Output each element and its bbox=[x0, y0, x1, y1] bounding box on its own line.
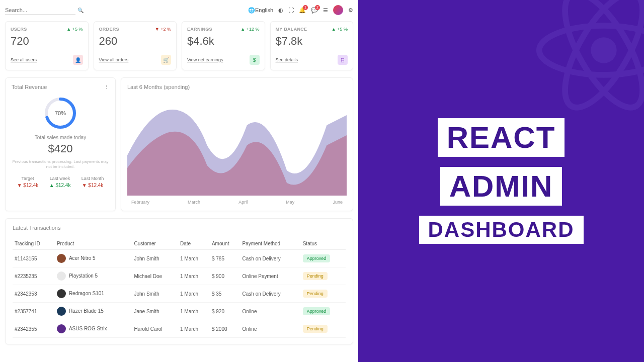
status-badge: Pending bbox=[303, 290, 328, 298]
card-value: 260 bbox=[99, 35, 172, 48]
chart-panel: Last 6 Months (spending) FebruaryMarchAp… bbox=[121, 77, 353, 211]
search-icon[interactable]: 🔍 bbox=[77, 8, 84, 13]
table-row[interactable]: #2342355 ASUS ROG Strix Harold Carol 1 M… bbox=[13, 320, 346, 338]
table-header: Date bbox=[178, 238, 210, 250]
chart-month-label: April bbox=[238, 200, 248, 205]
chart-month-label: May bbox=[286, 200, 294, 205]
status-badge: Approved bbox=[303, 307, 331, 315]
card-link[interactable]: View all orders bbox=[99, 57, 129, 62]
card-delta: ▼ +2 % bbox=[155, 27, 171, 32]
table-header: Product bbox=[55, 238, 132, 250]
table-row[interactable]: #1143155 Acer Nitro 5 John Smith 1 March… bbox=[13, 250, 346, 267]
table-header: Customer bbox=[132, 238, 178, 250]
product-image bbox=[57, 254, 66, 263]
rev-stat: Last Month ▼ $12.4k bbox=[82, 176, 104, 188]
table-header: Status bbox=[301, 238, 346, 250]
table-row[interactable]: #2235235 Playstation 5 Michael Doe 1 Mar… bbox=[13, 267, 346, 285]
topbar: 🔍 🌐English ◐ ⛶ 🔔1 💬2 ☰ ⚙ bbox=[5, 5, 353, 15]
dark-mode-icon[interactable]: ◐ bbox=[278, 7, 283, 14]
card-icon: 👤 bbox=[73, 55, 83, 65]
product-image bbox=[57, 324, 66, 333]
card-value: $4.6k bbox=[187, 35, 260, 48]
card-icon: $ bbox=[250, 55, 260, 65]
revenue-amount: $420 bbox=[12, 142, 109, 155]
product-image bbox=[57, 307, 66, 316]
table-row[interactable]: #2342353 Redragon S101 John Smith 1 Marc… bbox=[13, 285, 346, 303]
revenue-subtitle: Total sales made today bbox=[12, 135, 109, 140]
rev-stat: Last week ▲ $12.4k bbox=[49, 176, 71, 188]
stat-card: ORDERS ▼ +2 % 260 View all orders 🛒 bbox=[94, 21, 177, 70]
donut-percent: 70% bbox=[55, 110, 66, 116]
stat-card: USERS ▲ +5 % 720 See all users 👤 bbox=[5, 21, 89, 70]
card-delta: ▲ +5 % bbox=[332, 27, 348, 32]
banner-word-3: DASHBOARD bbox=[419, 216, 584, 244]
area-chart bbox=[127, 95, 347, 196]
status-badge: Approved bbox=[303, 254, 331, 262]
revenue-note: Previous transactions processing. Last p… bbox=[12, 159, 109, 170]
card-icon: ⌸ bbox=[338, 55, 348, 65]
banner-word-2: ADMIN bbox=[440, 167, 562, 206]
status-badge: Pending bbox=[303, 325, 328, 333]
card-label: MY BALANCE bbox=[276, 27, 307, 32]
card-label: EARNINGS bbox=[187, 27, 212, 32]
search-input[interactable] bbox=[5, 6, 75, 15]
transactions-table: Tracking IDProductCustomerDateAmountPaym… bbox=[13, 238, 346, 338]
card-value: $7.8k bbox=[276, 35, 348, 48]
card-delta: ▲ +12 % bbox=[240, 27, 259, 32]
chart-title: Last 6 Months (spending) bbox=[127, 84, 190, 90]
transactions-panel: Latest Transactions Tracking IDProductCu… bbox=[5, 218, 353, 344]
more-icon[interactable]: ⋮ bbox=[104, 84, 109, 90]
revenue-panel: Total Revenue⋮ 70% Total sales made toda… bbox=[5, 77, 116, 211]
stat-card: EARNINGS ▲ +12 % $4.6k View net earnings… bbox=[182, 21, 265, 70]
card-label: USERS bbox=[11, 27, 27, 32]
banner: REACT ADMIN DASHBOARD bbox=[358, 0, 644, 362]
revenue-title: Total Revenue bbox=[12, 84, 47, 90]
card-link[interactable]: See details bbox=[276, 57, 298, 62]
card-label: ORDERS bbox=[99, 27, 119, 32]
fullscreen-icon[interactable]: ⛶ bbox=[288, 7, 294, 13]
status-badge: Pending bbox=[303, 272, 328, 280]
react-logo-icon bbox=[533, 0, 644, 121]
card-delta: ▲ +5 % bbox=[66, 27, 83, 32]
product-image bbox=[57, 289, 66, 298]
gear-icon[interactable]: ⚙ bbox=[348, 7, 353, 14]
table-header: Tracking ID bbox=[13, 238, 55, 250]
avatar[interactable] bbox=[333, 5, 343, 15]
card-value: 720 bbox=[11, 35, 83, 48]
card-link[interactable]: View net earnings bbox=[187, 57, 223, 62]
message-icon[interactable]: 💬2 bbox=[311, 7, 318, 14]
card-link[interactable]: See all users bbox=[11, 57, 37, 62]
card-icon: 🛒 bbox=[161, 55, 171, 65]
transactions-title: Latest Transactions bbox=[13, 225, 346, 231]
language-selector[interactable]: 🌐English bbox=[248, 7, 273, 14]
svg-point-2 bbox=[591, 37, 616, 63]
table-row[interactable]: #2357741 Razer Blade 15 Jane Smith 1 Mar… bbox=[13, 303, 346, 320]
list-icon[interactable]: ☰ bbox=[323, 7, 328, 14]
stat-card: MY BALANCE ▲ +5 % $7.8k See details ⌸ bbox=[270, 21, 354, 70]
banner-word-1: REACT bbox=[438, 118, 565, 157]
chart-month-label: February bbox=[131, 200, 149, 205]
product-image bbox=[57, 272, 66, 281]
notification-icon[interactable]: 🔔1 bbox=[299, 7, 306, 14]
chart-month-label: March bbox=[188, 200, 200, 205]
table-header: Payment Method bbox=[240, 238, 301, 250]
chart-month-label: June bbox=[333, 200, 343, 205]
rev-stat: Target ▼ $12.4k bbox=[17, 176, 39, 188]
table-header: Amount bbox=[210, 238, 240, 250]
